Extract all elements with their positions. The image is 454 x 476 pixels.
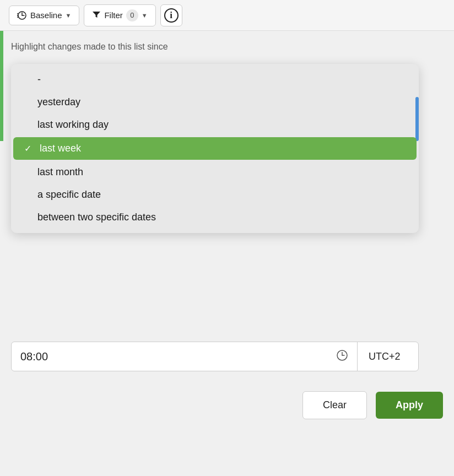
baseline-icon [17, 10, 27, 20]
dropdown-item-yesterday[interactable]: ✓ yesterday [11, 91, 419, 113]
dropdown-item-label-specific-date: a specific date [37, 189, 101, 201]
info-button[interactable]: i [160, 4, 182, 26]
dropdown-item-between-dates[interactable]: ✓ between two specific dates [11, 206, 419, 229]
baseline-label: Baseline [30, 10, 62, 20]
dropdown-item-label-last-month: last month [37, 166, 83, 178]
highlight-text: Highlight changes made to this list sinc… [9, 42, 445, 52]
toolbar: Baseline ▼ Filter 0 ▼ i [0, 0, 454, 31]
check-icon-last-week: ✓ [24, 143, 34, 154]
dropdown-item-last-month[interactable]: ✓ last month [11, 161, 419, 183]
filter-icon [92, 10, 101, 20]
time-input-field[interactable]: 08:00 [12, 342, 358, 371]
baseline-button[interactable]: Baseline ▼ [9, 6, 79, 25]
timezone-value: UTC+2 [369, 351, 401, 363]
dropdown-item-label-dash: - [37, 74, 41, 85]
main-panel: Highlight changes made to this list sinc… [0, 31, 454, 69]
clear-button[interactable]: Clear [302, 391, 367, 419]
info-icon: i [164, 8, 179, 23]
timezone-display[interactable]: UTC+2 [358, 342, 418, 371]
dropdown-item-label-last-week: last week [40, 143, 81, 154]
filter-count-badge: 0 [126, 9, 138, 21]
time-value: 08:00 [20, 350, 48, 363]
dropdown-item-label-last-working-day: last working day [37, 119, 109, 131]
dropdown-menu: ✓ - ✓ yesterday ✓ last working day ✓ las… [11, 64, 419, 233]
baseline-chevron-icon: ▼ [66, 12, 72, 19]
dropdown-item-last-working-day[interactable]: ✓ last working day [11, 113, 419, 136]
buttons-row: Clear Apply [302, 391, 443, 419]
dropdown-item-label-yesterday: yesterday [37, 96, 80, 108]
apply-button[interactable]: Apply [376, 392, 443, 419]
dropdown-item-label-between-dates: between two specific dates [37, 212, 156, 223]
dropdown-item-dash[interactable]: ✓ - [11, 68, 419, 91]
time-row: 08:00 UTC+2 [11, 342, 419, 371]
dropdown-item-specific-date[interactable]: ✓ a specific date [11, 183, 419, 206]
filter-label: Filter [104, 10, 122, 20]
filter-chevron-icon: ▼ [142, 12, 148, 19]
filter-button[interactable]: Filter 0 ▼ [84, 4, 155, 26]
clock-icon [336, 349, 348, 364]
dropdown-item-last-week[interactable]: ✓ last week [13, 137, 417, 160]
